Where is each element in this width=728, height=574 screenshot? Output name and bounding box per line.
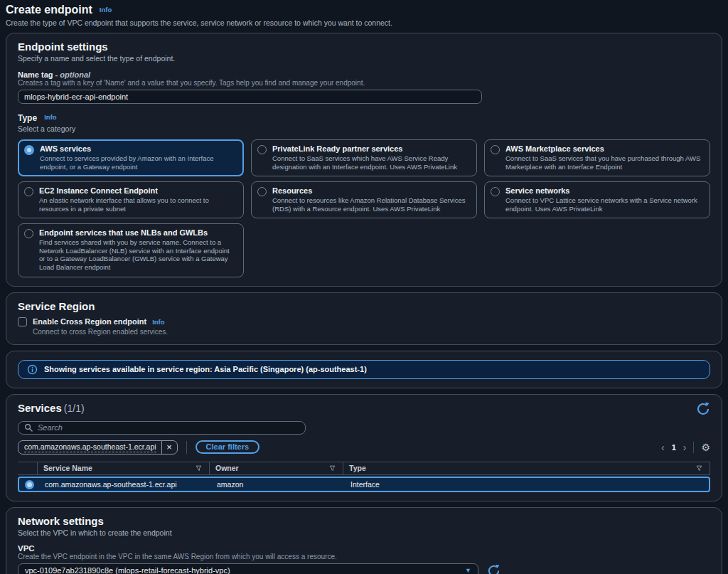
chevron-down-icon: ▼	[465, 567, 471, 574]
filter-funnel-icon[interactable]	[196, 465, 202, 472]
type-option-ec2-instance-connect[interactable]: EC2 Instance Connect Endpoint An elastic…	[18, 181, 244, 218]
refresh-icon	[487, 564, 500, 574]
type-option-nlb-gwlb-services[interactable]: Endpoint services that use NLBs and GWLB…	[18, 223, 244, 277]
row-radio-selected-icon[interactable]	[25, 480, 34, 489]
type-subtitle: Select a category	[18, 124, 710, 133]
option-title: Resources	[272, 186, 469, 195]
cell-service-name: com.amazonaws.ap-southeast-1.ecr.api	[39, 480, 211, 489]
type-option-marketplace[interactable]: AWS Marketplace services Connect to SaaS…	[484, 139, 710, 176]
radio-icon[interactable]	[491, 145, 500, 154]
search-icon	[24, 423, 33, 432]
services-table: Service Name Owner Type	[18, 462, 710, 492]
vpc-selected-value: vpc-0109e7ab231890c8e (mlops-retail-fore…	[25, 566, 465, 574]
network-settings-card: Network settings Select the VPC in which…	[6, 507, 722, 574]
option-title: AWS services	[40, 144, 236, 153]
services-table-header: Service Name Owner Type	[18, 462, 710, 475]
name-tag-optional: - optional	[55, 70, 91, 79]
option-description: Connect to SaaS services that you have p…	[505, 154, 702, 171]
option-description: An elastic network interface that allows…	[39, 196, 236, 213]
option-title: Service networks	[505, 186, 702, 195]
network-settings-title: Network settings	[18, 515, 710, 527]
option-description: Connect to VPC Lattice service networks …	[505, 196, 702, 213]
filter-chip-remove-button[interactable]: ×	[161, 441, 177, 454]
divider	[186, 441, 187, 454]
info-circle-icon	[27, 364, 38, 375]
filter-funnel-icon[interactable]	[696, 465, 702, 472]
services-search[interactable]	[18, 421, 306, 435]
cross-region-info-link[interactable]: Info	[152, 318, 164, 326]
type-option-service-networks[interactable]: Service networks Connect to VPC Lattice …	[484, 181, 710, 218]
type-option-aws-services[interactable]: AWS services Connect to services provide…	[18, 139, 244, 176]
refresh-icon	[696, 402, 710, 416]
radio-icon[interactable]	[257, 187, 267, 196]
vpc-refresh-button[interactable]	[487, 564, 500, 574]
table-row[interactable]: com.amazonaws.ap-southeast-1.ecr.api ama…	[18, 477, 710, 492]
pagination-prev-button[interactable]: ‹	[661, 442, 665, 452]
filter-funnel-icon[interactable]	[329, 465, 336, 472]
cell-type: Interface	[345, 480, 709, 489]
option-title: AWS Marketplace services	[505, 144, 702, 153]
pagination-page-number[interactable]: 1	[672, 443, 676, 452]
table-preferences-gear-icon[interactable]: ⚙	[701, 442, 710, 452]
option-title: Endpoint services that use NLBs and GWLB…	[39, 228, 236, 237]
page-title: Create endpoint	[6, 4, 92, 16]
type-label: Type	[18, 113, 37, 123]
service-region-card: Service Region Enable Cross Region endpo…	[6, 292, 722, 345]
name-tag-input[interactable]	[18, 90, 482, 104]
services-count: (1/1)	[64, 403, 85, 414]
page-description: Create the type of VPC endpoint that sup…	[6, 18, 722, 27]
cell-owner: amazon	[211, 480, 345, 489]
vpc-hint: Create the VPC endpoint in the VPC in th…	[18, 553, 710, 560]
vpc-select[interactable]: vpc-0109e7ab231890c8e (mlops-retail-fore…	[18, 563, 478, 574]
cross-region-hint: Connect to cross Region enabled services…	[33, 328, 710, 336]
column-header-service-name[interactable]: Service Name	[38, 462, 210, 474]
vpc-label: VPC	[18, 544, 710, 553]
endpoint-settings-card: Endpoint settings Specify a name and sel…	[6, 33, 722, 287]
divider	[693, 442, 694, 453]
option-title: PrivateLink Ready partner services	[272, 144, 469, 153]
endpoint-settings-subtitle: Specify a name and select the type of en…	[18, 54, 710, 63]
service-region-title: Service Region	[18, 300, 710, 312]
filter-chip: com.amazonaws.ap-southeast-1.ecr.api ×	[18, 440, 178, 455]
option-description: Connect to resources like Amazon Relatio…	[272, 196, 469, 213]
type-info-link[interactable]: Info	[44, 113, 56, 121]
radio-icon[interactable]	[257, 145, 267, 154]
radio-icon[interactable]	[24, 229, 33, 238]
radio-icon[interactable]	[491, 187, 500, 196]
filter-chip-text: com.amazonaws.ap-southeast-1.ecr.api	[24, 442, 156, 452]
region-banner-text: Showing services available in service re…	[44, 365, 367, 373]
clear-filters-button[interactable]: Clear filters	[196, 440, 260, 454]
radio-selected-icon[interactable]	[24, 145, 34, 155]
type-option-resources[interactable]: Resources Connect to resources like Amaz…	[251, 181, 477, 218]
type-option-privatelink-partner[interactable]: PrivateLink Ready partner services Conne…	[251, 139, 477, 176]
services-card: Services (1/1) com.amazonaws.ap-southeas…	[6, 394, 722, 501]
cross-region-label: Enable Cross Region endpoint	[33, 317, 146, 326]
pagination-next-button[interactable]: ›	[683, 442, 687, 452]
region-banner-card: Showing services available in service re…	[6, 351, 722, 388]
option-description: Find services shared with you by service…	[39, 238, 236, 271]
option-description: Connect to services provided by Amazon w…	[40, 154, 236, 171]
services-search-input[interactable]	[38, 423, 299, 432]
option-title: EC2 Instance Connect Endpoint	[39, 186, 236, 195]
create-endpoint-page: Create endpoint Info Create the type of …	[0, 0, 728, 574]
option-description: Connect to SaaS services which have AWS …	[272, 154, 469, 171]
services-refresh-button[interactable]	[696, 402, 710, 416]
name-tag-label: Name tag - optional	[18, 70, 710, 79]
name-tag-hint: Creates a tag with a key of 'Name' and a…	[18, 79, 710, 87]
table-pagination: ‹ 1 › ⚙	[661, 442, 710, 453]
page-title-info-link[interactable]: Info	[100, 6, 112, 14]
endpoint-settings-title: Endpoint settings	[18, 41, 710, 53]
network-settings-subtitle: Select the VPC in which to create the en…	[18, 528, 710, 537]
type-option-grid: AWS services Connect to services provide…	[18, 139, 710, 277]
cross-region-checkbox[interactable]	[18, 317, 27, 326]
selection-column-header	[18, 462, 38, 474]
page-header: Create endpoint Info Create the type of …	[6, 4, 722, 27]
column-header-type[interactable]: Type	[343, 462, 710, 474]
services-title: Services	[18, 402, 62, 414]
radio-icon[interactable]	[24, 187, 33, 196]
region-info-banner: Showing services available in service re…	[18, 360, 710, 379]
column-header-owner[interactable]: Owner	[210, 462, 343, 474]
